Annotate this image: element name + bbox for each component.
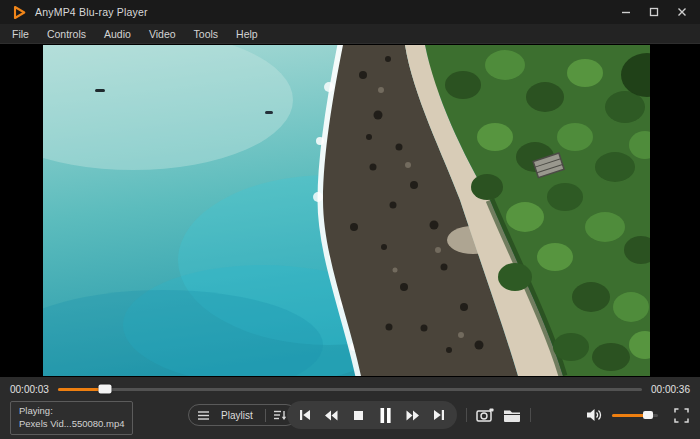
- seek-handle[interactable]: [98, 385, 111, 394]
- fullscreen-icon: [674, 408, 689, 423]
- now-playing-box: Playing: Pexels Vid...550080.mp4: [10, 401, 133, 435]
- pill-divider: [265, 409, 266, 422]
- control-panel: 00:00:03 00:00:36 Playing: Pexels Vid...…: [0, 377, 700, 439]
- video-stage: [0, 44, 700, 377]
- snapshot-camera-icon: [476, 408, 494, 422]
- stop-button[interactable]: [348, 405, 368, 425]
- menu-audio[interactable]: Audio: [95, 24, 140, 44]
- playlist-order-icon[interactable]: [274, 410, 287, 421]
- seek-bar[interactable]: [58, 388, 642, 391]
- total-time: 00:00:36: [651, 384, 690, 395]
- list-icon: [198, 411, 209, 420]
- menu-file[interactable]: File: [3, 24, 38, 44]
- app-window: AnyMP4 Blu-ray Player File Controls Aud: [0, 0, 700, 439]
- titlebar: AnyMP4 Blu-ray Player: [0, 0, 700, 24]
- playlist-label: Playlist: [217, 410, 257, 421]
- folder-icon: [503, 409, 521, 422]
- menu-video[interactable]: Video: [140, 24, 185, 44]
- fullscreen-button[interactable]: [674, 408, 689, 423]
- divider: [530, 408, 531, 422]
- fast-forward-button[interactable]: [403, 405, 423, 425]
- pause-icon: [379, 408, 392, 423]
- maximize-button[interactable]: [648, 6, 660, 18]
- maximize-icon: [649, 7, 659, 17]
- transport-controls: [287, 401, 457, 429]
- open-folder-button[interactable]: [503, 409, 521, 422]
- menubar: File Controls Audio Video Tools Help: [0, 24, 700, 44]
- now-playing-label: Playing:: [19, 405, 124, 418]
- skip-previous-icon: [298, 409, 311, 421]
- rewind-icon: [324, 410, 338, 421]
- menu-tools[interactable]: Tools: [185, 24, 228, 44]
- snapshot-button[interactable]: [476, 408, 494, 422]
- window-controls: [620, 6, 688, 18]
- app-logo-icon: [12, 5, 27, 20]
- app-title: AnyMP4 Blu-ray Player: [35, 6, 148, 18]
- seek-row: 00:00:03 00:00:36: [0, 381, 700, 397]
- rewind-button[interactable]: [321, 405, 341, 425]
- fast-forward-icon: [406, 410, 420, 421]
- elapsed-time: 00:00:03: [10, 384, 49, 395]
- pause-button[interactable]: [376, 405, 396, 425]
- volume-group: [586, 401, 689, 429]
- volume-handle[interactable]: [643, 411, 653, 419]
- playlist-button[interactable]: Playlist: [188, 404, 297, 426]
- skip-next-icon: [433, 409, 446, 421]
- divider: [466, 408, 467, 422]
- video-display[interactable]: [43, 45, 650, 376]
- minimize-button[interactable]: [620, 6, 632, 18]
- video-scene: [43, 45, 650, 376]
- minimize-icon: [621, 7, 631, 17]
- skip-next-button[interactable]: [430, 405, 450, 425]
- close-button[interactable]: [676, 6, 688, 18]
- close-icon: [677, 7, 687, 17]
- mute-button[interactable]: [586, 408, 603, 422]
- snapshot-group: [466, 401, 531, 429]
- speaker-icon: [586, 408, 603, 422]
- volume-slider[interactable]: [612, 414, 658, 417]
- stop-icon: [353, 410, 364, 421]
- menu-help[interactable]: Help: [227, 24, 267, 44]
- menu-controls[interactable]: Controls: [38, 24, 95, 44]
- now-playing-filename: Pexels Vid...550080.mp4: [19, 418, 124, 431]
- skip-previous-button[interactable]: [294, 405, 314, 425]
